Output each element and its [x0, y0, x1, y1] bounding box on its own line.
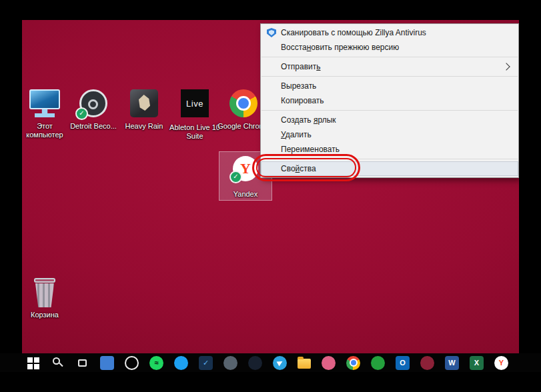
check-badge-icon: ✓	[229, 171, 242, 183]
menu-item-label: Отправить	[281, 62, 321, 71]
menu-item-properties[interactable]: Свойства	[261, 161, 518, 176]
menu-separator	[261, 76, 518, 77]
menu-item-label: Удалить	[281, 130, 312, 139]
menu-item-send-to[interactable]: Отправить	[261, 59, 518, 74]
menu-item-cut[interactable]: Вырезать	[261, 79, 518, 93]
menu-separator	[261, 159, 518, 159]
menu-item-label: Вырезать	[281, 81, 316, 91]
desktop-icon-label: Ableton Live 10 Suite	[168, 123, 221, 141]
task-view-button[interactable]	[75, 356, 89, 370]
check-badge-icon: ✓	[75, 107, 88, 120]
app-pink-circle-icon[interactable]	[322, 356, 336, 370]
menu-item-label: Свойства	[281, 164, 316, 173]
steam-icon[interactable]	[248, 356, 262, 370]
twitter-icon[interactable]	[174, 356, 188, 370]
recycle-bin-icon	[18, 277, 71, 309]
todo-check-icon[interactable]: ✓	[199, 356, 213, 370]
excel-icon[interactable]: X	[470, 356, 484, 370]
start-button[interactable]	[26, 356, 40, 370]
ableton-live-icon-box: Live	[181, 89, 209, 117]
menu-item-label: Восстановить прежнюю версию	[281, 43, 399, 52]
desktop-icon-label: Этот компьютер	[18, 122, 71, 139]
zillya-shield-icon	[267, 28, 276, 37]
menu-item-create-shortcut[interactable]: Создать ярлык	[261, 113, 518, 127]
app-green-circle-icon[interactable]	[371, 356, 385, 370]
this-pc-icon	[18, 88, 71, 120]
telegram-icon[interactable]	[273, 356, 287, 370]
desktop-icon-detroit[interactable]: ✓ Detroit Beco...	[67, 87, 120, 132]
app-maroon-circle-icon[interactable]	[420, 356, 434, 370]
spotify-icon[interactable]: ≈	[149, 356, 163, 370]
submenu-arrow-icon	[502, 63, 510, 70]
menu-item-scan-zillya[interactable]: Сканировать с помощью Zillya Antivirus	[261, 25, 518, 40]
menu-item-copy[interactable]: Копировать	[261, 93, 518, 108]
chrome-icon[interactable]	[346, 356, 360, 370]
outlook-icon[interactable]: O	[396, 356, 410, 370]
yandex-browser-icon[interactable]: Y	[494, 356, 508, 370]
app-white-ring-icon[interactable]	[125, 356, 139, 370]
ableton-live-text: Live	[186, 99, 203, 109]
search-button[interactable]	[51, 356, 65, 370]
menu-item-label: Создать ярлык	[281, 115, 336, 125]
desktop-icon-label: Detroit Beco...	[67, 122, 120, 131]
menu-item-label: Переименовать	[281, 145, 340, 154]
context-menu: Сканировать с помощью Zillya AntivirusВо…	[260, 23, 519, 178]
menu-item-label: Сканировать с помощью Zillya Antivirus	[281, 28, 426, 37]
desktop-icon-label: Yandex	[219, 190, 272, 199]
menu-item-delete[interactable]: Удалить	[261, 127, 518, 142]
desktop-icon-this-pc[interactable]: Этот компьютер	[18, 87, 71, 141]
desktop-icon-label: Heavy Rain	[117, 122, 171, 131]
desktop-icon-ableton[interactable]: Live Ableton Live 10 Suite	[168, 87, 221, 142]
desktop-icon-heavy-rain[interactable]: Heavy Rain	[117, 87, 171, 132]
menu-item-rename[interactable]: Переименовать	[261, 142, 518, 157]
menu-separator	[261, 57, 518, 57]
taskbar: ≈✓OWXY	[0, 353, 541, 372]
menu-item-label: Копировать	[281, 96, 324, 105]
yandex-icon-circle: Y ✓	[233, 156, 258, 181]
file-explorer-icon[interactable]	[298, 359, 311, 369]
word-icon[interactable]: W	[445, 356, 459, 370]
desktop-icon-recycle-bin[interactable]: Корзина	[18, 275, 71, 321]
ableton-live-icon: Live	[168, 89, 221, 121]
app-slate-circle-icon[interactable]	[223, 356, 237, 370]
detroit-become-human-icon: ✓	[67, 88, 120, 120]
screen: Этот компьютер ✓ Detroit Beco... Heavy R…	[0, 0, 541, 392]
menu-item-restore-previous-version[interactable]: Восстановить прежнюю версию	[261, 40, 518, 55]
heavy-rain-icon	[117, 88, 171, 120]
menu-separator	[261, 110, 518, 111]
app-blue-square-icon[interactable]	[100, 356, 114, 370]
desktop-icon-label: Корзина	[18, 311, 71, 319]
